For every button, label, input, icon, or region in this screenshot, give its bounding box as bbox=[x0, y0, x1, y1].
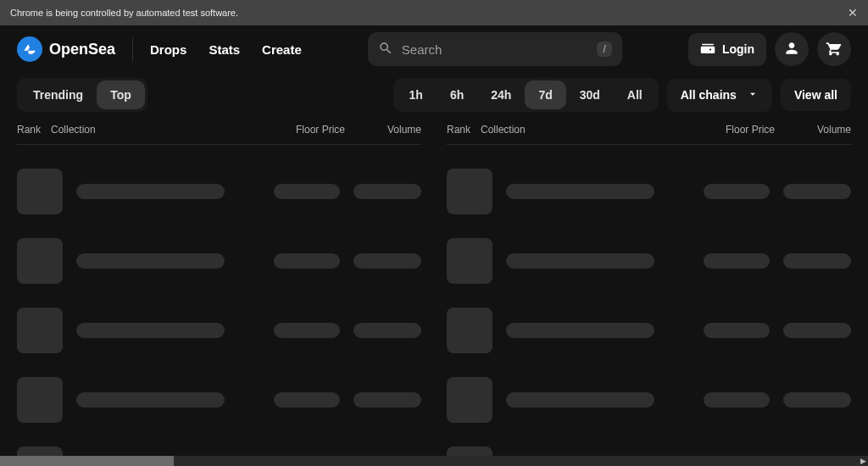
search-shortcut-hint: / bbox=[597, 42, 611, 57]
skeleton-thumbnail bbox=[17, 169, 63, 214]
timeframe-7d[interactable]: 7d bbox=[525, 80, 565, 109]
table-row-skeleton bbox=[17, 365, 421, 435]
horizontal-scrollbar[interactable]: ◀ ▶ bbox=[0, 456, 868, 466]
col-floor: Floor Price bbox=[665, 124, 775, 136]
skeleton-thumbnail bbox=[447, 377, 492, 423]
login-button[interactable]: Login bbox=[688, 33, 766, 66]
skeleton-thumbnail bbox=[17, 377, 63, 423]
opensea-logo-icon bbox=[17, 36, 42, 62]
rankings-table-left: Rank Collection Floor Price Volume bbox=[17, 124, 421, 466]
col-rank: Rank bbox=[17, 124, 51, 136]
skeleton-volume bbox=[783, 392, 851, 408]
nav-right: Login bbox=[688, 32, 851, 66]
brand-name: OpenSea bbox=[49, 41, 115, 58]
chains-label: All chains bbox=[681, 88, 737, 102]
filter-bar: Trending Top 1h 6h 24h 7d 30d All All ch… bbox=[0, 73, 868, 124]
skeleton-volume bbox=[783, 323, 851, 338]
timeframe-tabs: 1h 6h 24h 7d 30d All bbox=[393, 78, 659, 112]
search-input[interactable] bbox=[402, 42, 589, 57]
col-volume: Volume bbox=[775, 124, 851, 136]
table-row-skeleton bbox=[17, 226, 421, 296]
skeleton-name bbox=[76, 323, 225, 338]
close-icon[interactable]: ✕ bbox=[848, 6, 858, 19]
skeleton-floor bbox=[274, 184, 340, 199]
rankings-table-right: Rank Collection Floor Price Volume bbox=[447, 124, 851, 466]
skeleton-floor bbox=[704, 392, 770, 408]
account-button[interactable] bbox=[775, 32, 809, 66]
skeleton-volume bbox=[353, 323, 421, 338]
timeframe-1h[interactable]: 1h bbox=[396, 80, 437, 109]
skeleton-name bbox=[506, 392, 654, 408]
timeframe-24h[interactable]: 24h bbox=[477, 80, 525, 109]
scroll-right-arrow[interactable]: ▶ bbox=[858, 456, 868, 466]
ranking-tabs: Trending Top bbox=[17, 78, 147, 112]
timeframe-30d[interactable]: 30d bbox=[566, 80, 614, 109]
skeleton-thumbnail bbox=[447, 169, 492, 214]
skeleton-thumbnail bbox=[447, 308, 492, 353]
table-row-skeleton bbox=[447, 296, 851, 365]
skeleton-volume bbox=[353, 184, 421, 199]
rankings-tables: Rank Collection Floor Price Volume Rank … bbox=[0, 124, 868, 466]
table-header: Rank Collection Floor Price Volume bbox=[447, 124, 851, 145]
skeleton-volume bbox=[783, 184, 851, 199]
timeframe-6h[interactable]: 6h bbox=[437, 80, 477, 109]
col-volume: Volume bbox=[345, 124, 421, 136]
skeleton-floor bbox=[274, 323, 340, 338]
search-icon bbox=[378, 41, 393, 58]
skeleton-name bbox=[506, 323, 654, 338]
col-collection: Collection bbox=[51, 124, 235, 136]
user-icon bbox=[783, 40, 800, 59]
chevron-down-icon bbox=[747, 88, 759, 103]
skeleton-floor bbox=[704, 253, 770, 269]
skeleton-thumbnail bbox=[17, 238, 63, 284]
col-floor: Floor Price bbox=[235, 124, 345, 136]
table-row-skeleton bbox=[447, 226, 851, 296]
skeleton-floor bbox=[274, 253, 340, 269]
tab-trending[interactable]: Trending bbox=[19, 80, 97, 109]
skeleton-name bbox=[506, 253, 654, 269]
chains-filter-button[interactable]: All chains bbox=[667, 79, 772, 112]
nav-link-drops[interactable]: Drops bbox=[150, 42, 186, 57]
skeleton-thumbnail bbox=[17, 308, 63, 353]
wallet-icon bbox=[700, 41, 715, 58]
table-body bbox=[447, 157, 851, 466]
nav-links: Drops Stats Create bbox=[150, 42, 302, 57]
login-label: Login bbox=[722, 42, 754, 56]
table-header: Rank Collection Floor Price Volume bbox=[17, 124, 421, 145]
nav-link-create[interactable]: Create bbox=[262, 42, 302, 57]
timeframe-all[interactable]: All bbox=[614, 80, 656, 109]
table-body bbox=[17, 157, 421, 466]
automation-message: Chrome is being controlled by automated … bbox=[10, 8, 238, 18]
skeleton-name bbox=[506, 184, 654, 199]
col-rank: Rank bbox=[447, 124, 481, 136]
tab-top[interactable]: Top bbox=[97, 80, 145, 109]
skeleton-floor bbox=[704, 184, 770, 199]
skeleton-name bbox=[76, 392, 225, 408]
skeleton-name bbox=[76, 253, 225, 269]
skeleton-volume bbox=[353, 392, 421, 408]
table-row-skeleton bbox=[447, 365, 851, 435]
nav-link-stats[interactable]: Stats bbox=[209, 42, 240, 57]
cart-icon bbox=[826, 40, 843, 59]
table-row-skeleton bbox=[17, 296, 421, 365]
search-box[interactable]: / bbox=[368, 32, 622, 66]
col-collection: Collection bbox=[481, 124, 665, 136]
automation-info-bar: Chrome is being controlled by automated … bbox=[0, 0, 868, 25]
nav-divider bbox=[132, 37, 133, 61]
skeleton-floor bbox=[274, 392, 340, 408]
table-row-skeleton bbox=[447, 157, 851, 226]
table-row-skeleton bbox=[17, 157, 421, 226]
skeleton-thumbnail bbox=[447, 238, 492, 284]
scrollbar-thumb[interactable] bbox=[0, 456, 174, 466]
cart-button[interactable] bbox=[817, 32, 851, 66]
skeleton-volume bbox=[783, 253, 851, 269]
skeleton-floor bbox=[704, 323, 770, 338]
navbar: OpenSea Drops Stats Create / Login bbox=[0, 25, 868, 73]
view-all-button[interactable]: View all bbox=[781, 79, 851, 111]
skeleton-volume bbox=[353, 253, 421, 269]
brand-logo[interactable]: OpenSea bbox=[17, 36, 115, 62]
skeleton-name bbox=[76, 184, 225, 199]
